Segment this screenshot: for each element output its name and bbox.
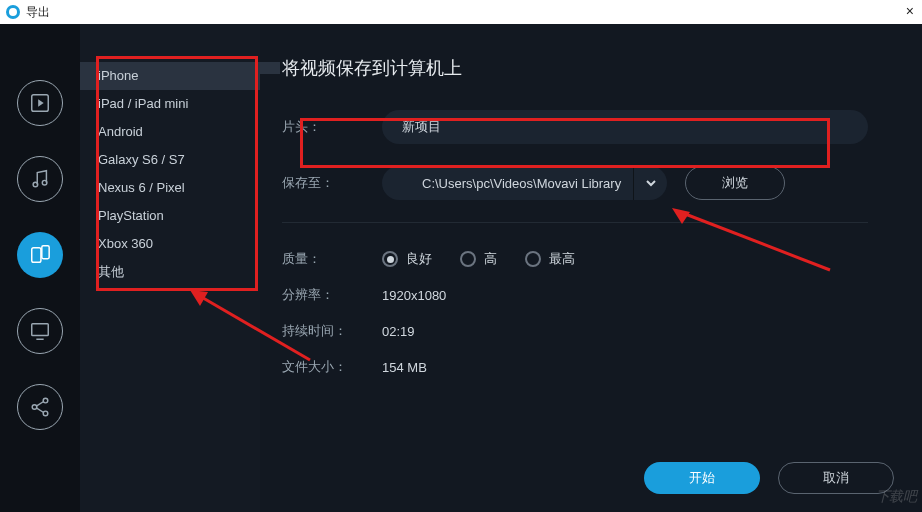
titlebar: 导出 × (0, 0, 922, 24)
device-item-android[interactable]: Android (80, 118, 260, 146)
quality-option-label: 高 (484, 250, 497, 268)
filesize-value: 154 MB (382, 360, 427, 375)
play-icon (29, 92, 51, 114)
device-item-xbox-360[interactable]: Xbox 360 (80, 230, 260, 258)
window-title: 导出 (26, 4, 50, 21)
footer-buttons: 开始 取消 (644, 462, 894, 494)
quality-option-2[interactable]: 最高 (525, 250, 575, 268)
rail-audio-button[interactable] (17, 156, 63, 202)
share-icon (29, 396, 51, 418)
save-path-value: C:\Users\pc\Videos\Movavi Library (422, 176, 621, 191)
quality-option-label: 最高 (549, 250, 575, 268)
app-icon (6, 5, 20, 19)
radio-icon (382, 251, 398, 267)
resolution-value: 1920x1080 (382, 288, 446, 303)
browse-button[interactable]: 浏览 (685, 166, 785, 200)
device-item-ipad-ipad-mini[interactable]: iPad / iPad mini (80, 90, 260, 118)
save-path-field[interactable]: C:\Users\pc\Videos\Movavi Library (382, 166, 667, 200)
device-item-playstation[interactable]: PlayStation (80, 202, 260, 230)
filesize-row: 文件大小： 154 MB (282, 349, 868, 385)
quality-option-0[interactable]: 良好 (382, 250, 432, 268)
svg-rect-6 (32, 324, 49, 336)
svg-line-12 (36, 408, 43, 413)
resolution-label: 分辨率： (282, 286, 382, 304)
svg-rect-5 (42, 246, 49, 259)
monitor-icon (29, 320, 51, 342)
close-button[interactable]: × (906, 3, 914, 19)
sidebar-rail (0, 24, 80, 512)
rail-tv-button[interactable] (17, 308, 63, 354)
filesize-label: 文件大小： (282, 358, 382, 376)
watermark: 下载吧 (876, 488, 917, 506)
quality-label: 质量： (282, 250, 382, 268)
svg-line-11 (36, 402, 43, 407)
rail-video-button[interactable] (17, 80, 63, 126)
rail-device-button[interactable] (17, 232, 63, 278)
save-to-label: 保存至： (282, 174, 382, 192)
resolution-row: 分辨率： 1920x1080 (282, 277, 868, 313)
device-list-pane: iPhoneiPad / iPad miniAndroidGalaxy S6 /… (80, 24, 260, 512)
duration-value: 02:19 (382, 324, 415, 339)
main-panel: 将视频保存到计算机上 片头： 保存至： C:\Users\pc\Videos\M… (260, 24, 922, 512)
quality-option-label: 良好 (406, 250, 432, 268)
save-path-dropdown[interactable] (633, 166, 667, 200)
title-label: 片头： (282, 118, 382, 136)
chevron-down-icon (646, 178, 656, 188)
svg-marker-1 (38, 99, 44, 106)
device-item-galaxy-s6-s7[interactable]: Galaxy S6 / S7 (80, 146, 260, 174)
divider (282, 222, 868, 223)
start-button[interactable]: 开始 (644, 462, 760, 494)
radio-icon (460, 251, 476, 267)
quality-row: 质量： 良好高最高 (282, 241, 868, 277)
device-item-nexus-6-pixel[interactable]: Nexus 6 / Pixel (80, 174, 260, 202)
duration-row: 持续时间： 02:19 (282, 313, 868, 349)
quality-option-1[interactable]: 高 (460, 250, 497, 268)
save-to-row: 保存至： C:\Users\pc\Videos\Movavi Library 浏… (282, 166, 868, 200)
music-icon (29, 168, 51, 190)
title-row: 片头： (282, 110, 868, 144)
page-title: 将视频保存到计算机上 (282, 56, 868, 80)
duration-label: 持续时间： (282, 322, 382, 340)
device-icon (29, 244, 51, 266)
device-item--[interactable]: 其他 (80, 258, 260, 286)
svg-point-3 (42, 180, 47, 185)
title-input[interactable] (382, 110, 868, 144)
svg-rect-4 (32, 248, 41, 263)
rail-share-button[interactable] (17, 384, 63, 430)
radio-icon (525, 251, 541, 267)
svg-point-2 (33, 182, 38, 187)
device-item-iphone[interactable]: iPhone (80, 62, 260, 90)
